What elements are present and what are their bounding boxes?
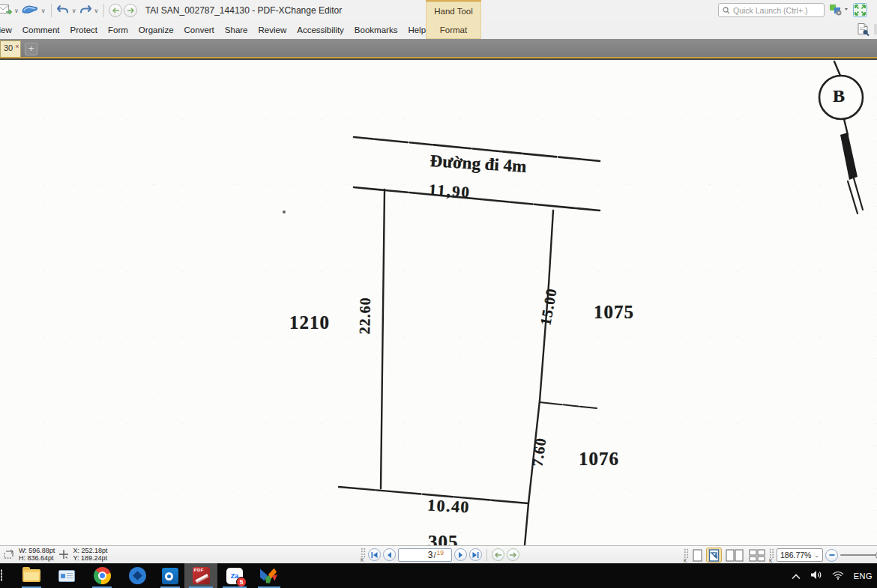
menu-accessibility[interactable]: Accessibility — [297, 25, 344, 34]
document-tab[interactable]: 30 × — [0, 40, 21, 57]
grip-key-label: K — [769, 559, 774, 563]
zoom-out-button[interactable] — [825, 549, 838, 562]
quick-launch-input[interactable] — [733, 6, 819, 15]
document-tab-label: 30 — [4, 43, 13, 52]
taskbar-zalo[interactable]: Za 5 — [218, 563, 251, 588]
fullscreen-icon[interactable] — [853, 3, 867, 20]
menu-help[interactable]: Help — [408, 25, 426, 34]
page-number-box[interactable]: 3 / 19 — [398, 548, 452, 562]
taskbar-blue-app[interactable] — [121, 563, 154, 588]
parcel-number-right-upper: 1075 — [594, 302, 634, 323]
hand-tool-button[interactable]: Hand Tool — [426, 1, 481, 20]
quick-launch-box[interactable] — [718, 3, 825, 17]
volume-icon[interactable] — [810, 569, 822, 583]
menu-bookmarks[interactable]: Bookmarks — [355, 25, 398, 34]
zoom-value: 186.77% — [780, 551, 811, 560]
taskbar-file-explorer[interactable] — [15, 563, 48, 588]
show-hidden-icons-chevron[interactable] — [792, 569, 801, 583]
single-page-view-icon[interactable] — [691, 548, 704, 563]
cursor-position-icon — [58, 549, 69, 561]
system-tray: ENG — [792, 563, 873, 588]
misa-logo-icon — [259, 568, 277, 584]
total-pages: 19 — [437, 549, 444, 557]
selection-height: H: 836.64pt — [19, 555, 55, 563]
next-page-button[interactable] — [454, 548, 467, 561]
pencil-icon — [195, 574, 208, 582]
drag-grip[interactable] — [684, 548, 689, 559]
pdf-xchange-icon: PDF — [193, 567, 210, 584]
multi-page-view-icon[interactable] — [747, 548, 767, 563]
chevron-down-icon[interactable]: ∨ — [41, 7, 46, 14]
two-page-view-icon[interactable] — [724, 548, 745, 563]
menu-share[interactable]: Share — [225, 25, 248, 34]
pdf-xchange-window: ∨ ∨ ∨ ∨ TAI SAN_002787_144130 - PDF-XCha… — [0, 0, 877, 588]
divider — [51, 4, 52, 17]
fit-width-view-icon[interactable] — [706, 548, 722, 563]
grip-key-label: K — [684, 559, 689, 563]
outlook-icon — [162, 568, 178, 584]
drag-grip[interactable] — [769, 548, 774, 559]
menu-form[interactable]: Form — [108, 25, 128, 34]
taskbar-contacts-app[interactable] — [50, 563, 83, 588]
marker-bar — [840, 133, 858, 180]
menu-review[interactable]: Review — [259, 25, 287, 34]
menu-bar: View Comment Protect Form Organize Conve… — [0, 21, 426, 39]
taskbar-pdf-xchange-active[interactable]: PDF — [184, 563, 217, 588]
menu-comment[interactable]: Comment — [22, 25, 60, 34]
parcel-number-below: 305 — [428, 532, 459, 545]
active-tool-panel: Hand Tool Format — [426, 0, 481, 39]
close-tab-icon[interactable]: × — [15, 43, 19, 50]
pdf-icon-label: PDF — [194, 568, 205, 572]
menu-organize[interactable]: Organize — [139, 25, 174, 34]
zoom-controls: K K 186.77% ⌄ — [684, 548, 877, 563]
cursor-y: Y: 189.24pt — [73, 555, 107, 563]
first-page-button[interactable] — [368, 548, 381, 561]
chevron-down-icon[interactable]: ∨ — [72, 7, 76, 14]
customize-toolbars-icon[interactable] — [829, 3, 849, 19]
windows-taskbar: PDF Za 5 ENG — [0, 563, 877, 588]
menu-convert[interactable]: Convert — [184, 25, 214, 34]
pdf-page-canvas[interactable]: Đường đi 4m 11,90 22.60 1210 15.00 1075 … — [0, 60, 877, 545]
next-view-button[interactable] — [507, 548, 519, 561]
chrome-icon — [94, 567, 111, 584]
menu-view[interactable]: View — [0, 25, 12, 34]
language-indicator[interactable]: ENG — [854, 572, 873, 581]
last-page-button[interactable] — [469, 548, 482, 561]
page-navigation: K 3 / 19 — [361, 548, 519, 562]
previous-view-button[interactable] — [492, 548, 504, 561]
chevron-down-icon[interactable]: ∨ — [94, 7, 99, 14]
parcel-sketch-lines — [0, 60, 877, 545]
tab-format[interactable]: Format — [426, 20, 481, 39]
taskbar-misa-app[interactable] — [252, 563, 285, 588]
menu-protect[interactable]: Protect — [70, 25, 97, 34]
parcel-number-right-lower: 1076 — [579, 449, 619, 470]
previous-page-button[interactable] — [383, 548, 396, 561]
zoom-level-dropdown[interactable]: 186.77% ⌄ — [777, 548, 823, 562]
status-bar: W: 596.88pt H: 836.64pt X: 252.18pt Y: 1… — [0, 545, 877, 563]
document-tab-bar: 30 × + — [0, 39, 877, 57]
chevron-down-icon[interactable]: ∨ — [14, 7, 19, 14]
blue-app-icon — [129, 567, 146, 584]
divider — [103, 4, 104, 17]
current-page[interactable]: 3 — [428, 550, 433, 560]
grip-key-label: K — [361, 558, 366, 562]
wifi-icon[interactable] — [832, 569, 844, 583]
print-icon[interactable] — [21, 4, 39, 18]
redo-icon[interactable] — [79, 3, 92, 18]
drag-grip[interactable] — [361, 548, 366, 558]
parcel-number-left: 1210 — [289, 312, 330, 333]
zoom-slider-track[interactable] — [840, 554, 877, 556]
search-icon — [723, 4, 730, 17]
undo-icon[interactable] — [56, 3, 70, 18]
clipped-toolbar-icon — [874, 24, 877, 34]
divider — [486, 549, 487, 561]
new-tab-button[interactable]: + — [25, 43, 37, 55]
taskbar-chrome[interactable] — [85, 563, 118, 588]
page-separator: / — [433, 551, 436, 560]
file-explorer-icon — [22, 569, 40, 582]
email-icon[interactable] — [0, 4, 12, 18]
taskbar-outlook[interactable] — [154, 563, 187, 588]
marker-label: B — [833, 86, 845, 106]
zalo-icon: Za 5 — [226, 568, 243, 584]
search-document-icon[interactable] — [856, 22, 870, 40]
